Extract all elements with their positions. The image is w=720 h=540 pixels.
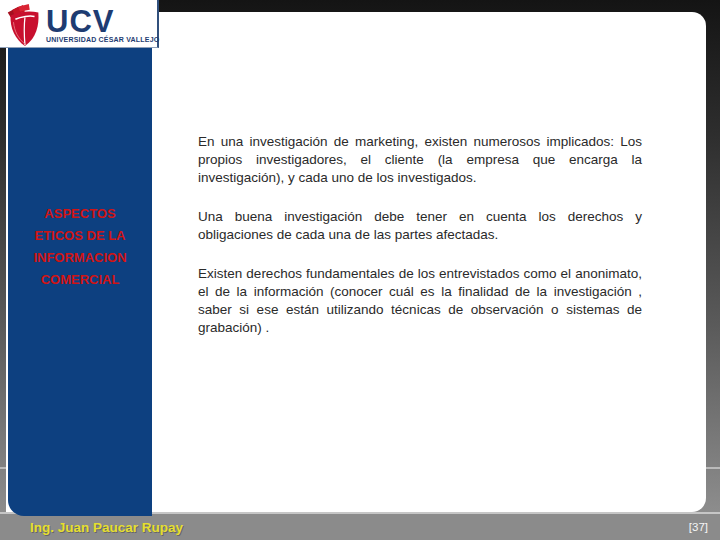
page-number: [37] bbox=[689, 521, 708, 533]
footer-author: Ing. Juan Paucar Rupay bbox=[30, 520, 183, 535]
slide-body-text: En una investigación de marketing, exist… bbox=[198, 133, 642, 358]
logo-university-name: UNIVERSIDAD CÉSAR VALLEJO bbox=[46, 36, 159, 43]
ucv-shield-icon bbox=[4, 3, 44, 47]
slide-title: ASPECTOS ETICOS DE LA INFORMACION COMERC… bbox=[23, 203, 137, 291]
body-paragraph: Una buena investigación debe tener en cu… bbox=[198, 208, 642, 244]
body-paragraph: Existen derechos fundamentales de los en… bbox=[198, 265, 642, 337]
university-logo: UCV UNIVERSIDAD CÉSAR VALLEJO bbox=[0, 0, 159, 48]
footer-bar: Ing. Juan Paucar Rupay [37] bbox=[0, 512, 720, 540]
body-paragraph: En una investigación de marketing, exist… bbox=[198, 133, 642, 187]
logo-acronym: UCV bbox=[46, 7, 159, 36]
slide-canvas: En una investigación de marketing, exist… bbox=[0, 0, 720, 540]
sidebar-panel: ASPECTOS ETICOS DE LA INFORMACION COMERC… bbox=[8, 48, 152, 516]
logo-text-block: UCV UNIVERSIDAD CÉSAR VALLEJO bbox=[46, 7, 159, 43]
